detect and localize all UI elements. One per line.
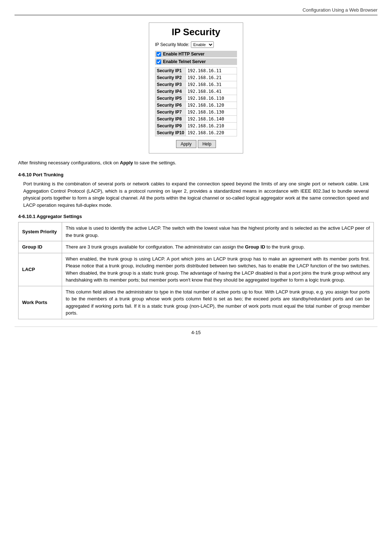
ip-value[interactable] <box>186 95 237 102</box>
table-row: LACP When enabled, the trunk group is us… <box>19 253 374 286</box>
table-row: Security IP3 <box>155 81 237 88</box>
button-row: Apply Help <box>155 140 237 148</box>
telnet-server-row: Enable Telnet Server <box>155 58 237 65</box>
ip-label: Security IP8 <box>155 116 186 123</box>
apply-button[interactable]: Apply <box>176 140 196 148</box>
ip-value[interactable] <box>186 102 237 109</box>
ip-value[interactable] <box>186 116 237 123</box>
section-410-heading: 4-6.10 Port Trunking <box>15 172 377 177</box>
row-description: This value is used to identify the activ… <box>62 222 374 241</box>
table-row: Security IP8 <box>155 116 237 123</box>
after-apply-text: After finishing necessary configurations… <box>15 160 377 165</box>
mode-select[interactable]: Enable Disable <box>191 41 214 48</box>
row-description: This column field allows the administrat… <box>62 286 374 319</box>
page-number: 4-15 <box>191 330 201 335</box>
table-row: Security IP4 <box>155 88 237 95</box>
http-server-row: Enable HTTP Server <box>155 51 237 57</box>
http-server-label: Enable HTTP Server <box>163 52 205 57</box>
section-410-body: Port trunking is the combination of seve… <box>15 180 377 209</box>
ip-value[interactable] <box>186 81 237 88</box>
table-row: Security IP10 <box>155 130 237 136</box>
page-header: Configuration Using a Web Browser <box>15 7 377 15</box>
ip-label: Security IP5 <box>155 95 186 102</box>
ip-value[interactable] <box>186 67 237 74</box>
table-row: Work Ports This column field allows the … <box>19 286 374 319</box>
telnet-server-label: Enable Telnet Server <box>163 59 206 64</box>
ip-security-panel: IP Security IP Security Mode: Enable Dis… <box>149 22 243 153</box>
http-server-checkbox[interactable] <box>156 52 161 57</box>
table-row: System Priority This value is used to id… <box>19 222 374 241</box>
page-footer: 4-15 <box>15 327 377 335</box>
ip-label: Security IP2 <box>155 74 186 81</box>
row-description: When enabled, the trunk group is using L… <box>62 253 374 286</box>
help-button[interactable]: Help <box>198 140 216 148</box>
ip-value[interactable] <box>186 123 237 130</box>
mode-row: IP Security Mode: Enable Disable <box>155 41 237 48</box>
aggregator-settings-table: System Priority This value is used to id… <box>18 222 374 319</box>
ip-label: Security IP10 <box>155 130 186 136</box>
table-row: Security IP9 <box>155 123 237 130</box>
telnet-server-checkbox[interactable] <box>156 59 161 64</box>
ip-security-title: IP Security <box>155 26 237 38</box>
ip-value[interactable] <box>186 74 237 81</box>
row-description: There are 3 trunk groups available for c… <box>62 241 374 253</box>
mode-label: IP Security Mode: <box>155 42 189 47</box>
ip-label: Security IP4 <box>155 88 186 95</box>
security-ip-table: Security IP1 Security IP2 Security IP3 S… <box>155 67 237 136</box>
ip-value[interactable] <box>186 130 237 136</box>
ip-label: Security IP1 <box>155 67 186 74</box>
ip-label: Security IP7 <box>155 109 186 116</box>
table-row: Security IP1 <box>155 67 237 74</box>
ip-value[interactable] <box>186 88 237 95</box>
table-row: Group ID There are 3 trunk groups availa… <box>19 241 374 253</box>
ip-label: Security IP9 <box>155 123 186 130</box>
ip-label: Security IP6 <box>155 102 186 109</box>
table-row: Security IP2 <box>155 74 237 81</box>
table-row: Security IP5 <box>155 95 237 102</box>
section-4101-heading: 4-6.10.1 Aggregator Settings <box>15 214 377 219</box>
row-label: System Priority <box>19 222 62 241</box>
ip-value[interactable] <box>186 109 237 116</box>
row-label: Group ID <box>19 241 62 253</box>
row-label: Work Ports <box>19 286 62 319</box>
table-row: Security IP7 <box>155 109 237 116</box>
table-row: Security IP6 <box>155 102 237 109</box>
row-label: LACP <box>19 253 62 286</box>
ip-label: Security IP3 <box>155 81 186 88</box>
